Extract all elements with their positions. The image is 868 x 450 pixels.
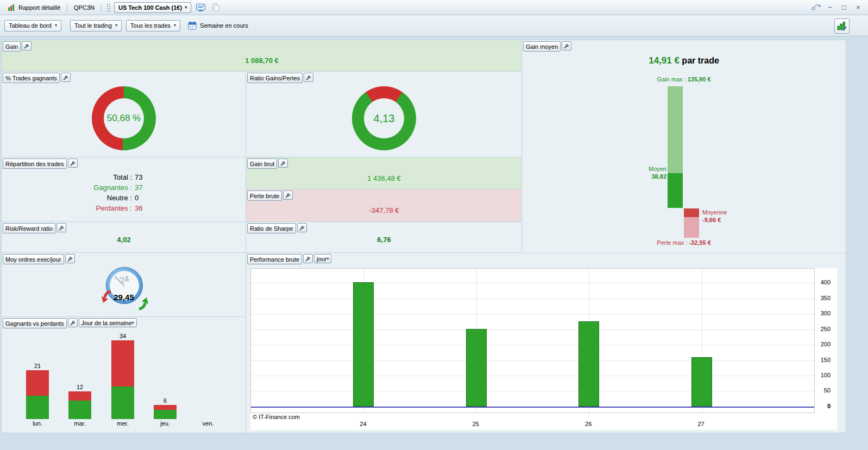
ratio-gains-pertes-donut: 4,13: [352, 86, 416, 150]
perdants-bar: [154, 405, 177, 410]
performance-bar: [353, 282, 374, 407]
x-axis-label: 25: [465, 421, 487, 427]
trades-filter-dropdown[interactable]: Tous les trades ▾: [126, 20, 180, 31]
panel-performance-settings-button[interactable]: [303, 254, 313, 263]
tab-label: Rapport détaillé: [18, 4, 60, 11]
chart-window-icon[interactable]: [194, 2, 206, 13]
gain-moyen-chart: [668, 86, 700, 239]
panel-risk-reward-settings-button[interactable]: [56, 223, 66, 232]
panel-gain-title: Gain: [3, 41, 21, 52]
instrument-selector[interactable]: US Tech 100 Cash (1€) ▾: [114, 2, 191, 13]
total-value: 73: [135, 172, 173, 182]
x-axis-label: lun.: [26, 420, 49, 427]
performance-bar: [578, 321, 599, 407]
moyen-label-block: Moyen 38,82: [649, 165, 666, 180]
calendar-icon: [188, 21, 197, 30]
gridline-horizontal: [251, 376, 814, 376]
y-axis-label: 150: [821, 357, 831, 363]
bar-group: 34: [111, 333, 134, 419]
dashboard: Gain 1 088,70 € % Trades gagnants 50,68 …: [0, 36, 868, 450]
dropdown-label: Tableau de bord: [9, 22, 52, 29]
breakdown-row-neutre: Neutre : 0: [2, 193, 246, 203]
period-label: Semaine en cours: [200, 22, 248, 29]
perdants-bar: [111, 340, 134, 386]
x-axis-label: mar.: [68, 420, 91, 427]
performance-bar: [466, 329, 487, 407]
bar-total-label: 12: [77, 384, 83, 390]
close-button[interactable]: ×: [852, 2, 865, 14]
period-selector[interactable]: Semaine en cours: [188, 21, 248, 30]
panel-ratio-settings-button[interactable]: [304, 73, 313, 82]
panel-perte-brute-settings-button[interactable]: [283, 191, 293, 200]
moyenne-label: Moyenne: [702, 208, 727, 216]
minimize-button[interactable]: −: [823, 2, 836, 14]
panel-pct-settings-button[interactable]: [61, 73, 71, 82]
drag-handle-icon[interactable]: [106, 3, 110, 12]
panel-gain-brut-settings-button[interactable]: [278, 159, 288, 168]
ratio-gains-pertes-value: 4,13: [352, 86, 416, 150]
moyenne-value: -9,66 €: [702, 217, 721, 223]
gridline-horizontal: [251, 360, 814, 361]
period-granularity-dropdown[interactable]: jour ▾: [314, 254, 331, 263]
performance-y-axis: 050100150200250300350400: [814, 268, 837, 412]
panel-gagnants-perdants-settings-button[interactable]: [68, 318, 78, 327]
panel-perte-brute: Perte brute -347,78 €: [246, 189, 523, 223]
gagnants-bar: [26, 396, 49, 419]
gridline-horizontal: [251, 345, 814, 345]
moyen-bar: [668, 173, 683, 208]
panel-moy-ordres-settings-button[interactable]: [65, 254, 75, 263]
total-label: Total :: [75, 172, 132, 182]
share-icon[interactable]: [810, 2, 822, 13]
chevron-down-icon: ▾: [185, 5, 187, 10]
panel-pct-gagnants: % Trades gagnants 50,68 %: [1, 71, 247, 158]
panel-pct-title: % Trades gagnants: [3, 73, 60, 83]
panel-risk-reward: Risk/Reward ratio 4,02: [1, 221, 247, 253]
tab-rapport-detaille[interactable]: Rapport détaillé: [3, 1, 65, 15]
pct-gagnants-value: 50,68 %: [92, 86, 156, 150]
x-axis-label: ven.: [197, 420, 219, 427]
neutre-value: 0: [135, 193, 173, 203]
gagnants-bar: [68, 401, 91, 419]
moyenne-bar: [684, 208, 699, 217]
titlebar: Rapport détaillé QPC3N US Tech 100 Cash …: [0, 0, 868, 15]
dropdown-label: jour: [317, 256, 326, 262]
panel-gain-moyen-settings-button[interactable]: [562, 41, 571, 50]
dashboard-view-dropdown[interactable]: Tableau de bord ▾: [4, 20, 61, 31]
breakdown-row-perdantes: Perdantes : 36: [2, 203, 246, 213]
tab-qpc3n[interactable]: QPC3N: [70, 1, 99, 15]
y-axis-label: 200: [821, 341, 831, 347]
chart-edit-icon[interactable]: [834, 18, 850, 34]
gridline-horizontal: [251, 314, 814, 314]
panel-repartition-settings-button[interactable]: [68, 159, 78, 168]
panel-gain: Gain 1 088,70 €: [1, 40, 523, 72]
copy-icon[interactable]: [210, 2, 222, 13]
x-axis-label: 24: [352, 421, 374, 427]
panel-ratio-gains-pertes: Ratio Gains/Pertes 4,13: [246, 71, 523, 158]
perdantes-label: Perdantes :: [75, 203, 132, 213]
performance-x-axis: 24252627: [250, 412, 814, 430]
panel-performance: Performance brute jour ▾ 050100150200250…: [246, 252, 846, 433]
performance-plot-area: [250, 268, 815, 413]
panel-perte-brute-title: Perte brute: [247, 191, 282, 201]
performance-chart: 050100150200250300350400 24252627 © IT-F…: [250, 268, 837, 430]
gagnants-perdants-chart: 21lun.12mar.34mer.6jeu.ven.: [2, 317, 246, 433]
perdants-bar: [68, 391, 91, 401]
instrument-label: US Tech 100 Cash (1€): [118, 4, 182, 11]
weekday-dropdown[interactable]: Jour de la semaine ▾: [79, 318, 137, 327]
panel-sharpe-title: Ratio de Sharpe: [247, 223, 296, 233]
bar-group: 21: [26, 363, 49, 419]
panel-gain-settings-button[interactable]: [22, 41, 32, 50]
dropdown-label: Tout le trading: [74, 22, 112, 29]
maximize-button[interactable]: □: [838, 2, 851, 14]
chevron-down-icon: ▾: [326, 257, 329, 261]
x-axis-label: jeu.: [154, 420, 177, 427]
panel-moy-ordres: Moy ordres exec/jour 24 29,45: [1, 252, 247, 318]
panel-sharpe-settings-button[interactable]: [297, 223, 307, 232]
arrow-down-red-icon: [101, 290, 113, 304]
y-axis-label: 250: [821, 326, 831, 332]
gagnantes-value: 37: [135, 182, 173, 193]
panel-performance-title: Performance brute: [247, 254, 302, 264]
gain-value: 1 088,70 €: [2, 56, 522, 65]
trading-scope-dropdown[interactable]: Tout le trading ▾: [70, 20, 122, 31]
x-axis-label: 27: [690, 421, 712, 427]
